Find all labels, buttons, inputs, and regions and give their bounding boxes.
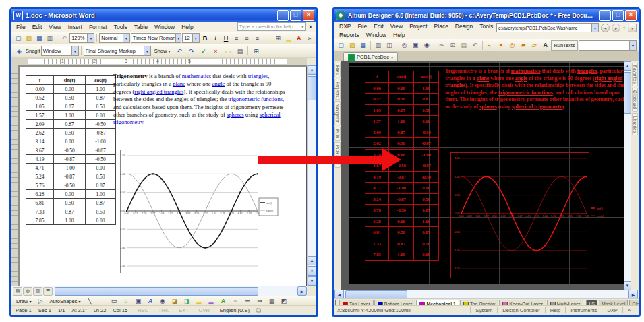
print-preview-icon[interactable]: ◫: [384, 40, 394, 51]
menu-item-tools[interactable]: Tools: [111, 24, 131, 30]
minimize-button[interactable]: –: [277, 10, 289, 21]
up-one-level-icon[interactable]: ↑: [622, 24, 626, 32]
horizontal-ruler[interactable]: 12345: [11, 57, 307, 65]
altium-titlebar[interactable]: ◆ Altium Designer 6.8 (Internal Build: 9…: [334, 9, 639, 22]
snagit-window-combo[interactable]: Window▾: [41, 46, 79, 56]
scroll-right-icon[interactable]: ▶: [297, 286, 307, 296]
hyperlink-trigonometric-functions[interactable]: trigonometric functions: [498, 90, 553, 96]
hyperlink-spheres[interactable]: spheres: [227, 111, 244, 118]
hyperlink-spheres[interactable]: spheres: [479, 104, 497, 110]
panel-tab-pcb[interactable]: PCB: [334, 127, 341, 141]
print-layout-view-icon[interactable]: ▥: [33, 287, 42, 296]
word-vertical-scrollbar[interactable]: ▲ ▲ ● ▼: [307, 65, 316, 286]
reject-change-icon[interactable]: ×: [210, 46, 221, 57]
hscroll-thumb[interactable]: [55, 287, 258, 296]
accept-change-icon[interactable]: ✓: [198, 46, 209, 57]
save-icon[interactable]: ▦: [34, 33, 44, 44]
undo-icon[interactable]: ↶: [59, 33, 69, 44]
align-right-icon[interactable]: ≡: [252, 33, 262, 44]
altium-horizontal-scrollbar[interactable]: ◀ ▶: [334, 290, 639, 298]
menu-item-reports[interactable]: Reports: [336, 32, 363, 38]
zoom-selected-icon[interactable]: ◉: [421, 40, 432, 51]
menu-item-ovr[interactable]: OVR: [196, 307, 213, 313]
panel-tab-files[interactable]: Files: [334, 63, 341, 77]
next-page-icon[interactable]: ▼: [308, 276, 317, 286]
vertical-ruler[interactable]: [11, 65, 18, 286]
display-for-review-combo[interactable]: Final Showing Markup▾: [84, 46, 151, 56]
panel-tab-projects[interactable]: Projects: [334, 79, 341, 100]
menu-item-project[interactable]: Project: [406, 23, 430, 30]
interactive-routing-icon[interactable]: ┐: [485, 40, 495, 51]
paste-icon[interactable]: ▤: [459, 40, 469, 51]
menu-item-place[interactable]: Place: [431, 23, 452, 30]
highlight-icon[interactable]: ▂: [284, 33, 293, 44]
menu-item-item[interactable]: »: [622, 307, 635, 313]
panel-tab-navigator[interactable]: Navigator: [334, 101, 341, 125]
next-change-icon[interactable]: ↷: [185, 46, 197, 57]
menu-item-edit[interactable]: Edit: [29, 24, 46, 30]
zoom-area-icon[interactable]: ▣: [410, 40, 420, 51]
hyperlink-trigonometric-functions[interactable]: trigonometric functions: [228, 96, 283, 102]
cut-icon[interactable]: ✂: [436, 40, 446, 51]
forward-button[interactable]: ▸: [612, 24, 620, 32]
place-polygon-icon[interactable]: ▱: [529, 40, 539, 51]
pcb-black-sheet[interactable]: tsin(t)cos(t)0.000.001.000.520.500.871.0…: [349, 63, 624, 284]
runtexts-button[interactable]: RunTexts: [551, 40, 577, 51]
bold-button[interactable]: B: [200, 33, 210, 44]
underline-button[interactable]: U: [221, 33, 231, 44]
show-menu-button[interactable]: Show▾: [152, 46, 173, 56]
menu-item-insert[interactable]: Insert: [65, 24, 86, 30]
hyperlink-mathematics[interactable]: mathematics: [511, 68, 541, 74]
scroll-thumb[interactable]: [308, 76, 317, 100]
previous-page-icon[interactable]: ▲: [308, 256, 317, 265]
pcb-scroll-right-icon[interactable]: ▶: [628, 290, 638, 299]
menu-item-view[interactable]: View: [387, 23, 406, 30]
word-titlebar[interactable]: W 1.doc - Microsoft Word – □ ×: [11, 9, 316, 22]
hyperlink-spherical-trigonometry[interactable]: spherical trigonometry: [512, 104, 564, 110]
panel-tab-pcb-filter[interactable]: PCB Filter: [334, 142, 341, 168]
word-horizontal-scrollbar[interactable]: [53, 287, 297, 295]
altium-close-button[interactable]: ×: [625, 10, 637, 21]
undo-icon[interactable]: ↶: [469, 40, 479, 51]
hyperlink-triangles[interactable]: triangles: [248, 73, 268, 79]
align-left-icon[interactable]: ≡: [231, 33, 241, 44]
font-color-icon[interactable]: A: [294, 33, 303, 44]
altium-maximize-button[interactable]: □: [612, 10, 624, 21]
document-path-combo[interactable]: c:\averytemp\PCB1.PcbDoc.WasName ▾: [496, 23, 599, 32]
blank-combo[interactable]: ▾: [579, 40, 637, 51]
copy-icon[interactable]: ⊡: [448, 40, 458, 51]
menu-item-tools[interactable]: Tools: [476, 23, 496, 30]
menu-item-table[interactable]: Table: [131, 24, 151, 30]
print-icon[interactable]: ▥: [373, 40, 383, 51]
panel-tab-libraries[interactable]: Libraries: [632, 113, 638, 135]
hyperlink-plane[interactable]: plane: [173, 80, 185, 87]
close-button[interactable]: ×: [303, 10, 314, 21]
menu-item-rec[interactable]: REC: [134, 307, 152, 313]
borders-icon[interactable]: ⊞: [273, 33, 283, 44]
insert-comment-icon[interactable]: ▭: [222, 46, 233, 57]
open-icon[interactable]: ▨: [347, 40, 357, 51]
menu-item-file[interactable]: File: [13, 24, 29, 30]
menu-item-format[interactable]: Format: [86, 24, 111, 30]
hyperlink-angle[interactable]: angle: [515, 75, 527, 82]
select-browse-object-icon[interactable]: ●: [308, 266, 317, 276]
maximize-button[interactable]: □: [290, 10, 301, 21]
web-layout-view-icon[interactable]: ◍: [23, 287, 32, 296]
pcb-document-tab[interactable]: PCB1.PcbDoc ▾: [343, 52, 398, 61]
favorites-button[interactable]: ▾: [628, 24, 637, 32]
menu-item-view[interactable]: View: [45, 24, 64, 30]
reviewing-pane-icon[interactable]: ▤: [234, 46, 245, 57]
menu-item-help[interactable]: Help: [545, 307, 565, 313]
normal-view-icon[interactable]: ▤: [13, 287, 22, 296]
panel-tab-favorites[interactable]: Favorites: [632, 63, 638, 86]
insert-table-icon[interactable]: ⊞: [250, 46, 262, 57]
previous-change-icon[interactable]: ↶: [173, 46, 185, 57]
hyperlink-angle[interactable]: angle: [212, 80, 225, 87]
new-icon[interactable]: ▢: [336, 40, 346, 51]
style-combo[interactable]: Normal▾: [99, 33, 130, 43]
outline-view-icon[interactable]: ☰: [43, 287, 53, 296]
open-icon[interactable]: ▨: [24, 33, 33, 44]
numbering-icon[interactable]: ☰: [263, 33, 272, 44]
menu-item-help[interactable]: Help: [390, 32, 408, 38]
back-button[interactable]: ◂: [601, 24, 610, 32]
